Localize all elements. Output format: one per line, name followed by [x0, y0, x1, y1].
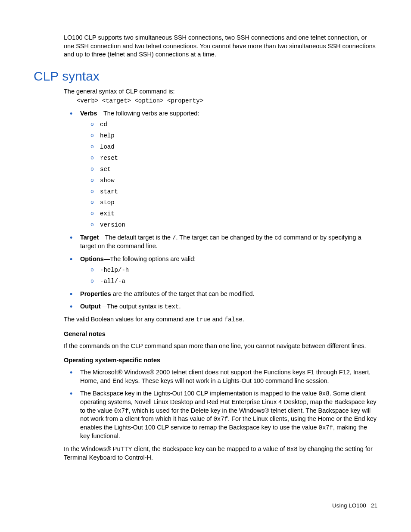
verbs-list: cd help load reset set show start stop e… — [89, 120, 377, 229]
options-list: -help/-h -all/-a — [89, 266, 377, 286]
os-notes-heading: Operating system-specific notes — [64, 356, 377, 365]
verb-item: start — [89, 187, 377, 196]
syntax-label: The general syntax of CLP command is: — [64, 87, 377, 96]
verb-item: exit — [89, 209, 377, 218]
option-item: -help/-h — [89, 266, 377, 274]
heading-clp-syntax: CLP syntax — [34, 68, 377, 85]
footer-page-number: 21 — [371, 502, 377, 509]
target-label-bold: Target — [80, 234, 99, 241]
verbs-label-rest: —The following verbs are supported: — [97, 110, 199, 117]
verb-item: reset — [89, 154, 377, 162]
target-text-a: —The default target is the — [99, 234, 172, 241]
output-code: text — [165, 303, 179, 310]
verb-item: stop — [89, 198, 377, 207]
putty-paragraph: In the Windows® PuTTY client, the Backsp… — [64, 445, 377, 462]
verb-item: cd — [89, 120, 377, 129]
page-footer: Using LO100 21 — [332, 502, 377, 510]
document-page: LO100 CLP supports two simultaneous SSH … — [0, 0, 411, 532]
general-notes-text: If the commands on the CLP command span … — [64, 342, 377, 351]
output-text-a: —The output syntax is — [101, 303, 165, 310]
boolean-values-paragraph: The valid Boolean values for any command… — [64, 315, 377, 324]
bullet-options: Options—The following options are valid:… — [68, 255, 377, 286]
bullet-verbs: Verbs—The following verbs are supported:… — [68, 109, 377, 229]
verbs-label-bold: Verbs — [80, 110, 97, 117]
verb-item: version — [89, 221, 377, 229]
options-label-bold: Options — [80, 255, 104, 262]
main-bullet-list: Verbs—The following verbs are supported:… — [68, 109, 377, 311]
properties-label-bold: Properties — [80, 290, 111, 297]
os-note-2: The Backspace key in the Lights-Out 100 … — [68, 389, 377, 441]
target-code-b: cd — [274, 234, 282, 241]
syntax-code: <verb> <target> <option> <property> — [77, 97, 377, 105]
os-notes-list: The Microsoft® Windows® 2000 telnet clie… — [68, 368, 377, 441]
intro-paragraph: LO100 CLP supports two simultaneous SSH … — [64, 34, 377, 59]
verb-item: show — [89, 176, 377, 185]
os-note-1: The Microsoft® Windows® 2000 telnet clie… — [68, 368, 377, 385]
options-label-rest: —The following options are valid: — [104, 255, 196, 262]
bullet-output: Output—The output syntax is text. — [68, 302, 377, 311]
bullet-target: Target—The default target is the /. The … — [68, 233, 377, 250]
verb-item: help — [89, 131, 377, 140]
verb-item: load — [89, 143, 377, 151]
output-label-bold: Output — [80, 303, 101, 310]
target-code-a: / — [172, 234, 176, 241]
target-text-b: . The target can be changed by the — [176, 234, 275, 241]
option-item: -all/-a — [89, 277, 377, 286]
verb-item: set — [89, 165, 377, 174]
properties-text: are the attributes of the target that ca… — [111, 290, 255, 297]
output-text-b: . — [179, 303, 181, 310]
general-notes-heading: General notes — [64, 330, 377, 339]
bullet-properties: Properties are the attributes of the tar… — [68, 290, 377, 299]
footer-label: Using LO100 — [332, 502, 366, 509]
